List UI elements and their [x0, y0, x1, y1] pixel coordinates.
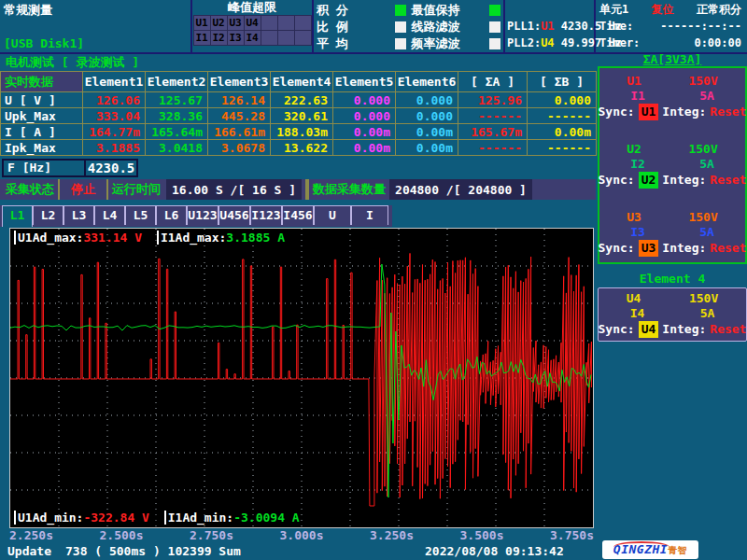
u-max-value: 331.14 V: [83, 231, 142, 245]
time-axis: 2.250s 2.500s 2.750s 3.000s 3.250s 3.500…: [9, 529, 594, 542]
toggle-scale-checkbox[interactable]: [395, 21, 406, 33]
toggle-integral-checkbox[interactable]: [395, 5, 406, 16]
tab-i456[interactable]: I456: [282, 205, 314, 225]
peak-over-limit-panel: 峰值超限 U1 U2 U3 U4 I1 I2 I3 I4: [192, 0, 314, 52]
peak-cell-empty: [294, 16, 311, 31]
sync-source-button[interactable]: U4: [639, 321, 659, 338]
sync-label: Sync:: [599, 321, 635, 338]
table-header-row: 实时数据 Element1 Element2 Element3 Element4…: [1, 72, 597, 92]
tab-i[interactable]: I: [351, 205, 388, 225]
table-cell: 165.67m: [458, 124, 528, 140]
sync-label: Sync:: [599, 104, 635, 120]
frequency-value: 4230.5: [86, 161, 136, 175]
table-cell: ------: [528, 140, 597, 156]
tab-l6[interactable]: L6: [156, 205, 187, 225]
pll-panel: PLL1:U1 4230.5 Hz PLL2:U4 49.997 Hz: [505, 0, 596, 52]
sync-source-button[interactable]: U3: [639, 240, 659, 257]
peak-cell-empty: [294, 31, 311, 46]
toggle-average-checkbox[interactable]: [395, 38, 406, 49]
sync-source-button[interactable]: U1: [639, 104, 659, 120]
u-max-label: U1Ad_max:: [14, 231, 83, 245]
col-header: Element4: [271, 72, 333, 92]
peak-cell: I4: [244, 31, 261, 46]
element3-config: U3150V I35A Sync:U3Integ:Reset: [603, 210, 741, 257]
usb-disk-label: [USB Disk1]: [4, 36, 187, 50]
unit-reset-label: 复位: [652, 1, 674, 18]
table-cell: 0.000: [333, 108, 396, 124]
tab-u123[interactable]: U123: [187, 205, 218, 225]
tab-u456[interactable]: U456: [218, 205, 250, 225]
peak-cell: I2: [210, 31, 227, 46]
table-row: Upk_Max 333.04 328.36 445.28 320.61 0.00…: [1, 108, 597, 124]
table-cell: 3.0678: [208, 140, 271, 156]
wiring-sidebar: ΣA[3V3A] U1150V I15A Sync:U1Integ:Reset …: [598, 54, 747, 542]
tab-l2[interactable]: L2: [33, 205, 63, 225]
i4-name: I4: [630, 306, 645, 320]
waveform-max-readout: U1Ad_max:331.14 V I1Ad_max:3.1885 A: [14, 231, 285, 245]
table-row: U [ V ] 126.06 125.67 126.14 222.63 0.00…: [1, 92, 597, 108]
tab-l1[interactable]: L1: [2, 205, 33, 227]
tab-l4[interactable]: L4: [94, 205, 125, 225]
table-cell: 0.00m: [528, 124, 597, 140]
integ-label: Integ:: [662, 104, 706, 120]
table-row: I [ A ] 164.77m 165.64m 166.61m 188.03m …: [1, 124, 597, 140]
unit-state: 正常积分: [697, 1, 741, 18]
realtime-data-header: 实时数据: [1, 72, 83, 92]
table-cell: 445.28: [208, 108, 271, 124]
i-max-label: I1Ad_max:: [157, 231, 226, 245]
toggle-linefilter-checkbox[interactable]: [489, 21, 500, 33]
i4-range: 5A: [700, 306, 715, 320]
toggle-maxhold-checkbox[interactable]: [489, 5, 500, 16]
logo-cn-text: 青智: [668, 545, 687, 555]
wiring-group-title: ΣA[3V3A]: [598, 54, 747, 66]
sample-count-label: 数据采集数量: [313, 181, 386, 198]
waveform-min-readout: U1Ad_min:-322.84 V I1Ad_min:-3.0094 A: [14, 511, 300, 525]
tab-l5[interactable]: L5: [125, 205, 156, 225]
tab-l3[interactable]: L3: [63, 205, 94, 225]
toggle-integral-label: 积 分: [317, 2, 348, 19]
i1-range: 5A: [699, 89, 714, 104]
sync-source-button[interactable]: U2: [639, 172, 659, 189]
update-value: 738 ( 500ms ) 102399 Sum: [65, 543, 241, 560]
tab-i123[interactable]: I123: [250, 205, 282, 225]
integ-state: Reset: [710, 240, 746, 257]
toggle-linefilter-label: 线路滤波: [412, 19, 460, 35]
table-cell: 165.64m: [146, 124, 208, 140]
col-header: [ ΣB ]: [528, 72, 597, 92]
table-cell: 0.00m: [396, 124, 458, 140]
toggle-freqfilter-label: 频率滤波: [412, 35, 460, 52]
toggle-freqfilter-checkbox[interactable]: [489, 38, 500, 49]
toggle-panel: 积 分 比 例 平 均 最值保持 线路滤波 频率滤波: [314, 0, 505, 52]
brand-logo: QINGZHI青智: [602, 540, 698, 559]
peak-cell: U4: [244, 16, 261, 31]
table-cell: 0.000: [396, 108, 458, 124]
u-min-value: -322.84 V: [83, 511, 148, 525]
table-cell: 188.03m: [271, 124, 333, 140]
peak-cell-empty: [277, 31, 294, 46]
frequency-readout: F [Hz] 4230.5: [2, 159, 138, 177]
pll2-label: PLL2:: [507, 36, 541, 49]
test-mode-subtitle: 电机测试 [ 录波测试 ]: [6, 54, 139, 71]
runtime-label: 运行时间: [112, 181, 161, 198]
table-cell: 0.000: [528, 92, 597, 108]
i-min-label: I1Ad_min:: [164, 511, 233, 525]
u4-name: U4: [627, 291, 641, 305]
peak-cell-empty: [277, 16, 294, 31]
table-cell: 0.000: [396, 92, 458, 108]
tab-u[interactable]: U: [314, 205, 351, 225]
table-cell: 3.0418: [146, 140, 208, 156]
table-cell: ------: [528, 108, 597, 124]
peak-cell: I1: [193, 31, 210, 46]
i2-range: 5A: [699, 157, 714, 172]
u3-name: U3: [627, 210, 641, 225]
waveform-canvas: [10, 229, 593, 527]
table-cell: 125.96: [458, 92, 528, 108]
u-min-label: U1Ad_min:: [14, 511, 83, 525]
element1-config: U1150V I15A Sync:U1Integ:Reset: [603, 74, 741, 120]
measurement-table: 实时数据 Element1 Element2 Element3 Element4…: [0, 71, 597, 156]
table-cell: 0.00m: [333, 140, 396, 156]
u2-range: 150V: [688, 142, 717, 157]
row-label: U [ V ]: [1, 92, 83, 108]
time-tick: 2.250s: [9, 529, 53, 542]
mode-title: 常规测量: [4, 2, 187, 19]
